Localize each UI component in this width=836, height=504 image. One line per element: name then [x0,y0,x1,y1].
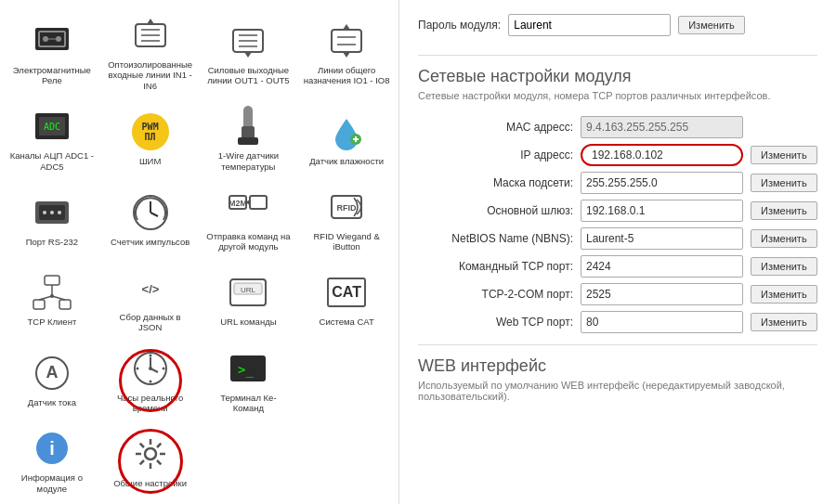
sidebar-item-tcp-label: TCP Клиент [28,317,77,327]
sidebar-item-io-label: Линии общего назначения IO1 - IO8 [303,65,390,86]
sidebar-item-pwm[interactable]: PWMПЛ ШИМ [103,100,198,177]
netbios-change-button[interactable]: Изменить [751,229,817,248]
network-fields: МАС адресс: IP адресс: Изменить Маска по… [418,116,817,333]
tcp2com-input[interactable] [581,283,743,305]
svg-text:ADC: ADC [44,122,60,132]
sidebar-item-settings[interactable]: Общие настройки [103,422,198,499]
cmd-tcp-change-button[interactable]: Изменить [751,257,817,276]
current-icon: A [32,353,72,394]
sidebar-item-url[interactable]: URL URL команды [202,262,296,339]
left-panel: Электромагнитные Реле Оптоизолированные … [0,0,399,504]
subnet-change-button[interactable]: Изменить [751,174,817,192]
divider-1 [418,55,817,56]
sidebar-item-rfid[interactable]: RFID RFID Wiegand & iButton [299,181,394,258]
sidebar-item-cat-label: Система CAT [320,317,374,327]
sidebar-item-output[interactable]: Силовые выходные линии OUT1 - OUT5 [202,9,296,97]
ip-change-button[interactable]: Изменить [751,146,817,164]
network-section-subtitle: Сетевые настройки модуля, номера TCP пор… [418,90,817,101]
sidebar-item-onewire[interactable]: 1-Wire датчики температуры [202,100,296,177]
subnet-input[interactable] [581,172,743,194]
gateway-label: Основной шлюз: [418,204,581,217]
sidebar-item-terminal-label: Терминал Ке-Команд [205,393,293,414]
netbios-input[interactable] [581,227,743,250]
pwm-icon: PWMПЛ [130,111,171,152]
adc-icon: ADC [32,106,72,147]
ip-input[interactable] [581,144,743,166]
svg-rect-40 [33,300,45,309]
sidebar-item-cat[interactable]: CAT Система CAT [299,262,394,339]
tcp2com-change-button[interactable]: Изменить [751,285,817,304]
terminal-icon: >_ [228,348,268,389]
svg-rect-21 [238,137,258,145]
subnet-label: Маска подсети: [418,176,581,189]
sidebar-item-url-label: URL команды [220,317,276,327]
cmd-tcp-row: Командный TCP порт: Изменить [418,255,817,278]
svg-line-32 [150,213,158,216]
svg-text:</>: </> [141,282,159,296]
subnet-row: Маска подсети: Изменить [418,172,817,194]
sidebar-item-current-label: Датчик тока [28,397,76,407]
svg-point-29 [58,211,61,214]
sidebar-item-humidity-label: Датчик влажности [309,156,384,166]
svg-point-27 [43,211,46,214]
mac-label: МАС адресс: [418,121,581,134]
web-tcp-label: Web TCP порт: [418,316,581,329]
web-tcp-row: Web TCP порт: Изменить [418,311,817,333]
password-input[interactable] [508,14,671,36]
sidebar-item-counter[interactable]: Счетчик импульсов [103,181,198,258]
rfid-icon: RFID [326,187,367,227]
io-icon [326,20,367,61]
web-tcp-input[interactable] [581,311,743,333]
netbios-row: NetBIOS Name (NBNS): Изменить [418,227,817,250]
sidebar-item-humidity[interactable]: Датчик влажности [299,100,394,177]
divider-2 [418,344,817,345]
m2m-icon: M2M [228,187,268,227]
sidebar-item-relay[interactable]: Электромагнитные Реле [5,9,99,97]
svg-text:M2M: M2M [229,199,247,208]
tcp2com-row: TCP-2-COM порт: Изменить [418,283,817,305]
nav-grid: Электромагнитные Реле Оптоизолированные … [5,9,394,499]
sidebar-item-current[interactable]: A Датчик тока [5,342,99,420]
gateway-input[interactable] [581,200,743,222]
sidebar-item-relay-label: Электромагнитные Реле [8,65,96,86]
sidebar-item-info[interactable]: i Информация о модуле [5,422,99,499]
sidebar-item-rs232-label: Порт RS-232 [26,237,78,247]
cmd-tcp-label: Командный TCP порт: [418,260,581,273]
svg-text:i: i [49,438,55,459]
cmd-tcp-input[interactable] [581,255,743,278]
web-tcp-change-button[interactable]: Изменить [751,313,817,331]
password-label: Пароль модуля: [418,19,501,32]
svg-text:A: A [46,363,58,381]
web-section-subtitle: Используемый по умолчанию WEB интерфейс … [418,380,817,402]
sidebar-item-adc-label: Каналы АЦП ADC1 - ADC5 [8,150,96,172]
svg-rect-35 [250,196,267,209]
svg-text:>_: >_ [238,362,254,378]
relay-icon [32,20,72,61]
json-icon: </> [130,267,171,308]
sidebar-item-m2m[interactable]: M2M Отправка команд на другой модуль [202,181,296,258]
sidebar-item-adc[interactable]: ADC Каналы АЦП ADC1 - ADC5 [5,100,99,177]
svg-line-43 [39,296,52,300]
sidebar-item-rs232[interactable]: Порт RS-232 [5,181,99,258]
password-row: Пароль модуля: Изменить [418,14,817,36]
rs232-icon [32,192,72,233]
sidebar-item-optoin[interactable]: Оптоизолированные входные линии IN1 - IN… [103,9,198,97]
mac-row: МАС адресс: [418,116,817,138]
sidebar-item-info-label: Информация о модуле [8,472,96,494]
password-change-button[interactable]: Изменить [678,16,745,34]
svg-point-45 [50,294,54,298]
sidebar-item-tcp[interactable]: TCP Клиент [5,262,99,339]
sidebar-item-json-label: Сбор данных в JSON [107,312,194,333]
sidebar-item-terminal[interactable]: >_ Терминал Ке-Команд [202,342,296,420]
right-panel: Пароль модуля: Изменить Сетевые настройк… [399,0,836,504]
sidebar-item-clock[interactable]: Часы реального времени [103,342,198,420]
sidebar-item-pwm-label: ШИМ [139,156,161,166]
sidebar-item-json[interactable]: </> Сбор данных в JSON [103,262,198,339]
netbios-label: NetBIOS Name (NBNS): [418,232,581,245]
gateway-change-button[interactable]: Изменить [751,201,817,220]
svg-rect-41 [59,300,71,309]
web-section-title: WEB интерфейс [418,356,817,376]
url-icon: URL [228,272,268,313]
sidebar-item-optoin-label: Оптоизолированные входные линии IN1 - IN… [107,59,194,91]
sidebar-item-io[interactable]: Линии общего назначения IO1 - IO8 [299,9,394,97]
